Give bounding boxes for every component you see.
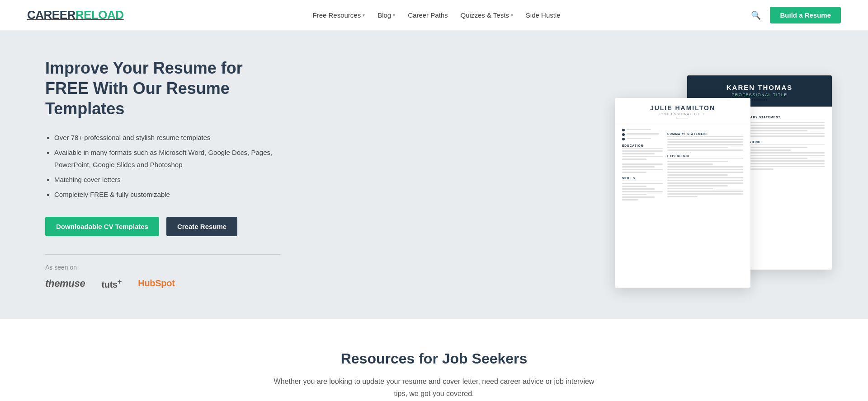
nav-item-career-paths[interactable]: Career Paths: [403, 9, 452, 22]
resources-title: Resources for Job Seekers: [45, 350, 823, 367]
nav-right: 🔍 Build a Resume: [749, 7, 841, 23]
create-resume-button[interactable]: Create Resume: [166, 217, 237, 236]
hero-bullet-3: Matching cover letters: [54, 173, 280, 186]
resume-front-header: JULIE HAMILTON PROFESSIONAL TITLE: [615, 98, 750, 123]
download-templates-button[interactable]: Downloadable CV Templates: [45, 217, 159, 236]
nav-link-quizzes[interactable]: Quizzes & Tests ▾: [456, 9, 518, 22]
resume-back-right: Summary Statement Experience: [740, 112, 825, 264]
hero-bullet-2: Available in many formats such as Micros…: [54, 146, 280, 171]
hero-bullet-1: Over 78+ professional and stylish resume…: [54, 131, 280, 144]
brand-hubspot: HubSpot: [138, 278, 175, 289]
nav-link-blog[interactable]: Blog ▾: [373, 9, 400, 22]
logo-career: CAREER: [27, 8, 75, 22]
chevron-down-icon: ▾: [511, 13, 513, 18]
chevron-down-icon: ▾: [393, 13, 395, 18]
resume-front-title: PROFESSIONAL TITLE: [622, 112, 743, 116]
resume-back-name: KAREN THOMAS: [696, 84, 823, 91]
hero-buttons: Downloadable CV Templates Create Resume: [45, 217, 280, 236]
nav-link-free-resources[interactable]: Free Resources ▾: [308, 9, 369, 22]
brand-tuts: tuts+: [101, 277, 122, 290]
brand-the-muse: themuse: [45, 278, 85, 289]
resume-front-body: Education Skills: [615, 123, 750, 281]
resume-front-name: JULIE HAMILTON: [622, 104, 743, 112]
nav-item-blog[interactable]: Blog ▾: [373, 9, 400, 22]
hero-resume-preview: KAREN THOMAS PROFESSIONAL TITLE Contact …: [615, 71, 832, 279]
hero-bullet-4: Completely FREE & fully customizable: [54, 188, 280, 200]
resume-front-divider: [677, 118, 688, 118]
nav-item-free-resources[interactable]: Free Resources ▾: [308, 9, 369, 22]
resume-front-left: Education Skills: [622, 129, 663, 276]
resume-back-title: PROFESSIONAL TITLE: [696, 93, 823, 97]
brand-logos: themuse tuts+ HubSpot: [45, 277, 280, 290]
logo[interactable]: CAREERRELOAD: [27, 8, 124, 22]
hero-bullets: Over 78+ professional and stylish resume…: [45, 131, 280, 200]
search-button[interactable]: 🔍: [749, 9, 763, 22]
search-icon: 🔍: [751, 11, 761, 20]
logo-reload: RELOAD: [75, 8, 124, 22]
hero-section: Improve Your Resume for FREE With Our Re…: [0, 31, 868, 319]
resources-section: Resources for Job Seekers Whether you ar…: [0, 319, 868, 401]
hero-title: Improve Your Resume for FREE With Our Re…: [45, 58, 280, 119]
resume-back-divider: [753, 100, 766, 100]
nav-links: Free Resources ▾ Blog ▾ Career Paths Qui…: [308, 9, 565, 22]
as-seen-on: As seen on themuse tuts+ HubSpot: [45, 254, 280, 292]
nav-link-side-hustle[interactable]: Side Hustle: [521, 9, 565, 22]
resources-subtitle: Whether you are looking to update your r…: [271, 375, 597, 401]
resume-front-right: Summary Statement Experience: [667, 129, 743, 276]
build-resume-button[interactable]: Build a Resume: [770, 7, 841, 23]
nav-link-career-paths[interactable]: Career Paths: [403, 9, 452, 22]
resume-card-front: JULIE HAMILTON PROFESSIONAL TITLE Educat…: [615, 98, 750, 288]
navbar: CAREERRELOAD Free Resources ▾ Blog ▾ Car…: [0, 0, 868, 31]
hero-content: Improve Your Resume for FREE With Our Re…: [45, 58, 280, 292]
nav-item-side-hustle[interactable]: Side Hustle: [521, 9, 565, 22]
nav-item-quizzes[interactable]: Quizzes & Tests ▾: [456, 9, 518, 22]
chevron-down-icon: ▾: [363, 13, 365, 18]
as-seen-label: As seen on: [45, 264, 280, 271]
